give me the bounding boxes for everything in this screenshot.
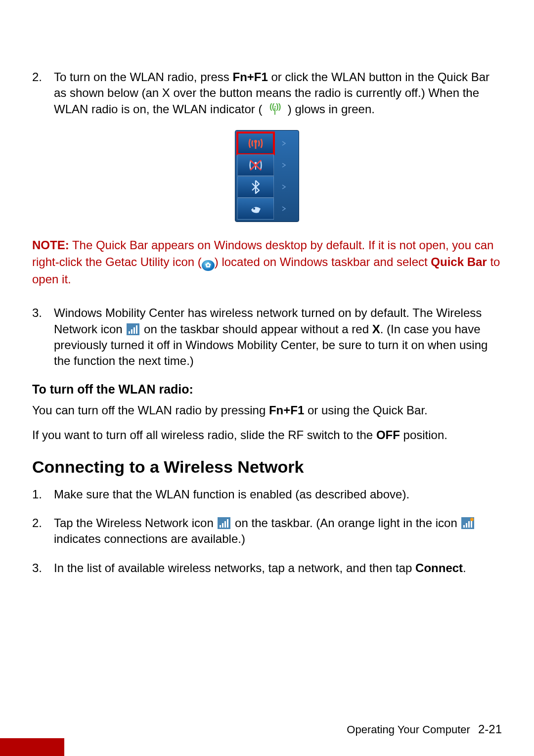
- quickbar-row-wwan: [237, 154, 297, 176]
- chevron-right-icon: [281, 184, 286, 189]
- off-bold: OFF: [376, 428, 400, 442]
- text: or using the Quick Bar.: [304, 403, 427, 417]
- paragraph: You can turn off the WLAN radio by press…: [32, 402, 502, 418]
- x-bold: X: [372, 322, 380, 336]
- quickbar-expand-button[interactable]: [274, 177, 294, 197]
- step-number: 2.: [32, 69, 54, 117]
- quickbar-expand-button[interactable]: [274, 198, 294, 219]
- step-number: 3.: [32, 305, 54, 369]
- svg-rect-1: [255, 142, 257, 149]
- connect-step-3: 3. In the list of available wireless net…: [32, 560, 502, 576]
- text: position.: [400, 428, 447, 442]
- svg-point-6: [253, 208, 255, 210]
- wwan-off-icon: [248, 158, 264, 173]
- wireless-network-available-icon: [461, 517, 474, 529]
- getac-utility-icon: ✿: [202, 260, 215, 271]
- text: on the taskbar should appear without a r…: [140, 322, 372, 336]
- decorative-bar: [0, 738, 64, 756]
- step-3: 3. Windows Mobility Center has wireless …: [32, 305, 502, 369]
- quickbar-bluetooth-button[interactable]: [237, 176, 274, 198]
- step-number: 3.: [32, 560, 54, 576]
- text: If you want to turn off all wireless rad…: [32, 428, 376, 442]
- chevron-right-icon: [281, 163, 286, 168]
- bluetooth-icon: [250, 179, 261, 194]
- chevron-right-icon: [281, 141, 286, 146]
- text: To turn on the WLAN radio, press: [54, 70, 233, 84]
- manual-page: 2. To turn on the WLAN radio, press Fn+F…: [0, 0, 534, 756]
- text: In the list of available wireless networ…: [54, 561, 415, 575]
- step-number: 1.: [32, 487, 54, 502]
- key-combo: Fn+F1: [233, 70, 268, 84]
- step-number: 2.: [32, 515, 54, 547]
- quickbar-wwan-button[interactable]: [237, 154, 274, 176]
- quickbar-expand-button[interactable]: [274, 155, 294, 176]
- quickbar-gps-button[interactable]: [237, 198, 274, 220]
- step-body: To turn on the WLAN radio, press Fn+F1 o…: [54, 69, 502, 117]
- wireless-network-icon: [127, 323, 139, 335]
- connect-bold: Connect: [415, 561, 463, 575]
- key-combo: Fn+F1: [269, 403, 304, 417]
- connect-step-2: 2. Tap the Wireless Network icon on the …: [32, 515, 502, 547]
- text: indicates connections are available.): [54, 532, 245, 545]
- text: .: [463, 561, 466, 575]
- text: ) located on Windows taskbar and select: [215, 255, 431, 268]
- chevron-right-icon: [281, 206, 286, 211]
- text: ) glows in green.: [288, 102, 375, 116]
- text: You can turn off the WLAN radio by press…: [32, 403, 269, 417]
- quickbar-row-bluetooth: [237, 176, 297, 198]
- quickbar-row-wlan: [237, 133, 297, 154]
- quickbar-figure: [235, 130, 299, 222]
- subheading-turn-off: To turn off the WLAN radio:: [32, 382, 502, 397]
- wlan-indicator-icon: [267, 102, 283, 116]
- quickbar-row-gps: [237, 198, 297, 220]
- page-footer: Operating Your Computer 2-21: [347, 722, 502, 736]
- wifi-antenna-icon: [247, 136, 264, 151]
- note-block: NOTE: The Quick Bar appears on Windows d…: [32, 237, 502, 287]
- step-body: Tap the Wireless Network icon on the tas…: [54, 515, 502, 547]
- text: Tap the Wireless Network icon: [54, 516, 217, 530]
- page-number: 2-21: [478, 722, 502, 736]
- satellite-icon: [249, 202, 263, 216]
- chapter-name: Operating Your Computer: [347, 723, 470, 736]
- quickbar-wlan-button[interactable]: [237, 133, 274, 154]
- paragraph: If you want to turn off all wireless rad…: [32, 427, 502, 443]
- step-body: Make sure that the WLAN function is enab…: [54, 487, 502, 502]
- note-label: NOTE:: [32, 238, 69, 252]
- quick-bar-bold: Quick Bar: [431, 255, 487, 268]
- wireless-network-icon: [218, 517, 230, 529]
- step-2: 2. To turn on the WLAN radio, press Fn+F…: [32, 69, 502, 117]
- step-body: Windows Mobility Center has wireless net…: [54, 305, 502, 369]
- quickbar-expand-button[interactable]: [274, 133, 294, 154]
- text: on the taskbar. (An orange light in the …: [231, 516, 460, 530]
- connect-step-1: 1. Make sure that the WLAN function is e…: [32, 487, 502, 502]
- section-heading: Connecting to a Wireless Network: [32, 457, 502, 477]
- step-body: In the list of available wireless networ…: [54, 560, 502, 576]
